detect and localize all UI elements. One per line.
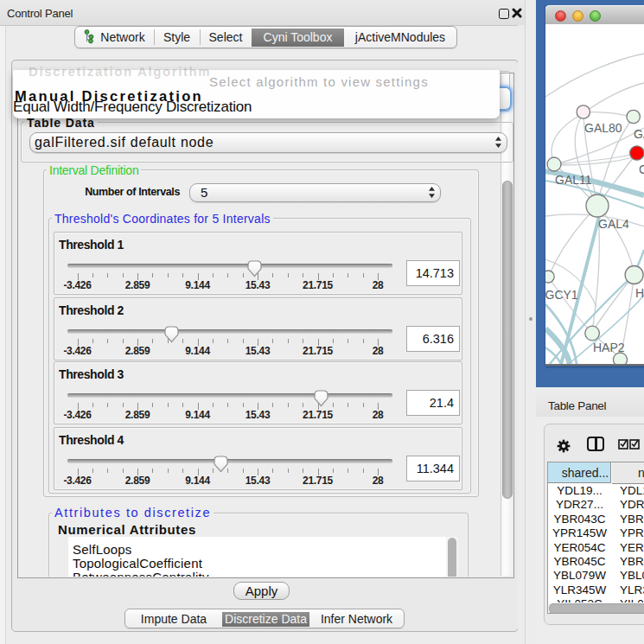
svg-text:GCY1: GCY1 [545, 288, 578, 302]
svg-text:C: C [639, 163, 644, 176]
svg-text:GAL80: GAL80 [584, 121, 622, 135]
svg-text:GAL11: GAL11 [555, 173, 592, 187]
svg-text:GAL4: GAL4 [598, 217, 629, 231]
svg-text:GA: GA [634, 127, 644, 141]
svg-text:H: H [635, 286, 644, 300]
svg-text:HAP2: HAP2 [593, 341, 625, 354]
